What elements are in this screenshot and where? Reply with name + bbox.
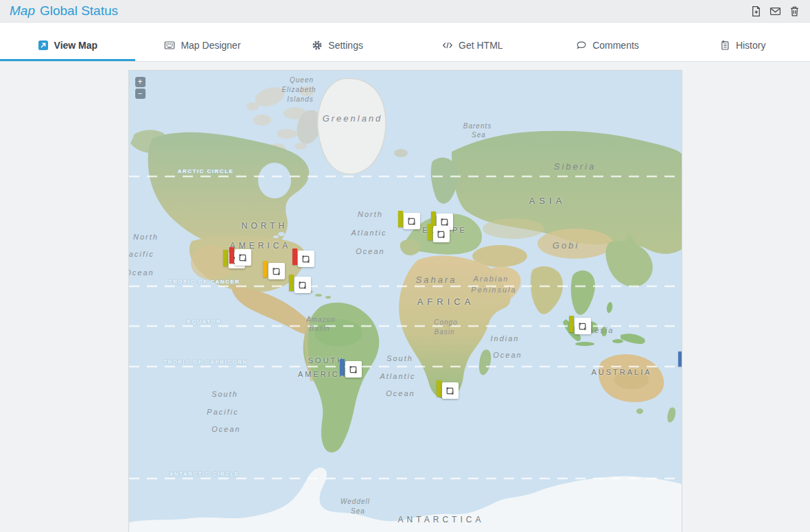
comment-bubble-icon: [576, 40, 587, 51]
map-marker[interactable]: [229, 247, 251, 266]
marker-status-bar: [289, 275, 294, 291]
marker-box: [442, 382, 459, 399]
email-icon[interactable]: [769, 5, 781, 17]
marker-status-bar: [229, 247, 234, 264]
map-marker[interactable]: [437, 380, 459, 400]
view-map-icon: [38, 40, 49, 51]
map-designer-icon: [164, 40, 175, 51]
tab-view-map[interactable]: View Map: [0, 32, 135, 61]
app-header: MapGlobal Status: [0, 0, 810, 23]
header-actions: [750, 5, 800, 17]
map-marker[interactable]: [289, 275, 311, 294]
rotate-object-icon: [297, 280, 308, 290]
map-marker[interactable]: [569, 316, 591, 335]
marker-status-bar: [428, 224, 432, 240]
marker-box: [404, 213, 420, 229]
tab-map-designer[interactable]: Map Designer: [135, 32, 270, 61]
map-marker[interactable]: [292, 248, 314, 268]
code-icon: [442, 40, 453, 51]
rotate-object-icon: [406, 216, 417, 227]
marker-box: [575, 318, 591, 334]
marker-status-bar: [263, 261, 268, 277]
marker-status-bar: [292, 248, 297, 265]
trash-icon[interactable]: [789, 5, 800, 17]
marker-box: [235, 249, 251, 266]
marker-status-bar: [678, 351, 682, 367]
tabbar: View Map Map Designer Settings: [0, 23, 810, 62]
marker-status-bar: [340, 359, 345, 375]
tab-get-html[interactable]: Get HTML: [405, 32, 540, 61]
page-title-text: Global Status: [40, 3, 118, 18]
marker-status-bar: [569, 316, 574, 332]
tab-label: Comments: [592, 40, 639, 51]
map-marker[interactable]: [428, 224, 450, 243]
map-marker[interactable]: [340, 359, 362, 378]
tab-label: View Map: [54, 40, 98, 51]
tab-label: Get HTML: [459, 40, 503, 51]
zoom-out-button[interactable]: −: [135, 89, 146, 99]
tab-comments[interactable]: Comments: [540, 32, 675, 61]
page-title: MapGlobal Status: [10, 3, 118, 19]
rotate-object-icon: [436, 229, 446, 240]
export-document-icon[interactable]: [750, 5, 762, 17]
map-canvas[interactable]: + − QueenElizabethIslandsGreenlandBarent…: [128, 70, 682, 532]
rotate-object-icon: [445, 386, 455, 396]
map-zoom-control: + −: [135, 77, 146, 99]
map-marker[interactable]: [398, 211, 420, 230]
marker-box: [298, 251, 314, 267]
rotate-object-icon: [301, 254, 311, 264]
marker-status-bar: [398, 211, 403, 227]
tab-label: History: [736, 40, 766, 51]
marker-status-bar: [437, 380, 441, 397]
gear-icon: [312, 40, 323, 51]
marker-box: [433, 226, 450, 242]
rotate-object-icon: [577, 321, 588, 332]
map-marker-edge[interactable]: [678, 351, 682, 371]
marker-box: [345, 361, 362, 378]
map-marker[interactable]: [263, 261, 285, 280]
rotate-object-icon: [271, 266, 281, 277]
marker-box: [268, 263, 285, 279]
history-note-icon: [719, 40, 730, 51]
greenland: [317, 78, 385, 174]
tab-label: Map Designer: [181, 40, 240, 51]
marker-status-bar: [223, 250, 228, 266]
marker-box: [294, 277, 311, 293]
tab-history[interactable]: History: [675, 32, 810, 61]
rotate-object-icon: [348, 365, 358, 375]
tab-settings[interactable]: Settings: [270, 32, 405, 61]
page-title-prefix: Map: [10, 3, 35, 18]
zoom-in-button[interactable]: +: [135, 77, 146, 87]
tab-label: Settings: [328, 40, 363, 51]
world-map: [129, 71, 682, 532]
rotate-object-icon: [238, 253, 248, 263]
